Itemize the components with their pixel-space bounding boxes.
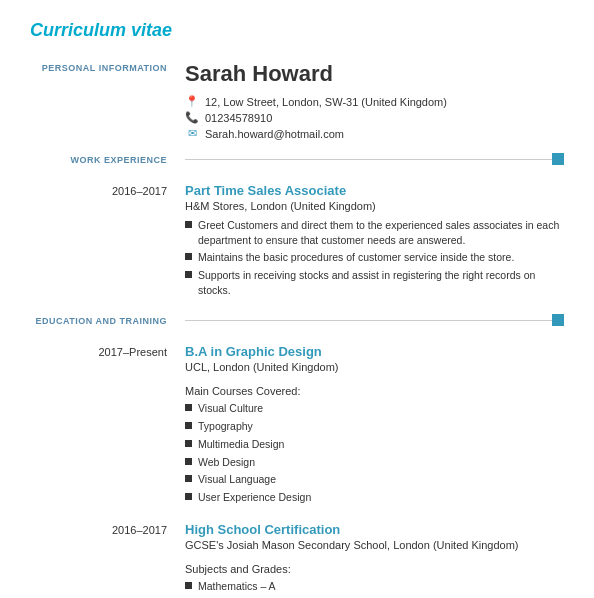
- edu-bullets-1: Mathematics – A Geography – C English La…: [185, 579, 564, 598]
- edu-entry-1: 2016–2017 High School Certification GCSE…: [30, 522, 564, 598]
- full-name: Sarah Howard: [185, 61, 564, 87]
- edu-title-0: B.A in Graphic Design: [185, 344, 564, 359]
- address-item: 📍 12, Low Street, London, SW-31 (United …: [185, 95, 564, 108]
- list-item: Typography: [185, 419, 564, 434]
- email-text: Sarah.howard@hotmail.com: [205, 128, 344, 140]
- work-divider-square: [552, 153, 564, 165]
- education-section-divider: [185, 314, 564, 326]
- work-entry-0: 2016–2017 Part Time Sales Associate H&M …: [30, 183, 564, 300]
- address-text: 12, Low Street, London, SW-31 (United Ki…: [205, 96, 447, 108]
- edu-dates-0: 2017–Present: [30, 344, 185, 507]
- list-item: Greet Customers and direct them to the e…: [185, 218, 564, 247]
- bullet-icon: [185, 221, 192, 228]
- education-section-content: [185, 314, 564, 334]
- list-item: Visual Language: [185, 472, 564, 487]
- list-item: Visual Culture: [185, 401, 564, 416]
- work-section-label: WORK EXPERIENCE: [30, 153, 185, 173]
- work-subtitle-0: H&M Stores, London (United Kingdom): [185, 200, 564, 212]
- work-title-0: Part Time Sales Associate: [185, 183, 564, 198]
- edu-subtitle-1: GCSE's Josiah Mason Secondary School, Lo…: [185, 539, 564, 551]
- phone-text: 01234578910: [205, 112, 272, 124]
- work-bullets-0: Greet Customers and direct them to the e…: [185, 218, 564, 297]
- list-item: User Experience Design: [185, 490, 564, 505]
- edu-title-1: High School Certification: [185, 522, 564, 537]
- courses-label-0: Main Courses Covered:: [185, 385, 564, 397]
- education-section-label: EDUCATION AND TRAINING: [30, 314, 185, 334]
- email-icon: ✉: [185, 127, 199, 140]
- location-icon: 📍: [185, 95, 199, 108]
- email-item: ✉ Sarah.howard@hotmail.com: [185, 127, 564, 140]
- education-divider-square: [552, 314, 564, 326]
- bullet-icon: [185, 422, 192, 429]
- work-dates-0: 2016–2017: [30, 183, 185, 300]
- work-entry-content-0: Part Time Sales Associate H&M Stores, Lo…: [185, 183, 564, 300]
- list-item: Supports in receiving stocks and assist …: [185, 268, 564, 297]
- edu-subtitle-0: UCL, London (United Kingdom): [185, 361, 564, 373]
- education-divider-line: [185, 320, 552, 321]
- personal-section-label: PERSONAL INFORMATION: [30, 61, 185, 143]
- bullet-icon: [185, 253, 192, 260]
- phone-item: 📞 01234578910: [185, 111, 564, 124]
- bullet-icon: [185, 582, 192, 589]
- bullet-icon: [185, 404, 192, 411]
- edu-entry-content-0: B.A in Graphic Design UCL, London (Unite…: [185, 344, 564, 507]
- cv-title: Curriculum vitae: [30, 20, 564, 41]
- edu-dates-1: 2016–2017: [30, 522, 185, 598]
- courses-label-1: Subjects and Grades:: [185, 563, 564, 575]
- bullet-icon: [185, 475, 192, 482]
- personal-section-content: Sarah Howard 📍 12, Low Street, London, S…: [185, 61, 564, 143]
- work-section-divider: [185, 153, 564, 165]
- list-item: Multimedia Design: [185, 437, 564, 452]
- bullet-icon: [185, 440, 192, 447]
- bullet-icon: [185, 271, 192, 278]
- list-item: Mathematics – A: [185, 579, 564, 594]
- bullet-icon: [185, 458, 192, 465]
- list-item: Web Design: [185, 455, 564, 470]
- list-item: Maintains the basic procedures of custom…: [185, 250, 564, 265]
- edu-bullets-0: Visual Culture Typography Multimedia Des…: [185, 401, 564, 504]
- work-section-content: [185, 153, 564, 173]
- edu-entry-0: 2017–Present B.A in Graphic Design UCL, …: [30, 344, 564, 507]
- edu-entry-content-1: High School Certification GCSE's Josiah …: [185, 522, 564, 598]
- work-divider-line: [185, 159, 552, 160]
- phone-icon: 📞: [185, 111, 199, 124]
- bullet-icon: [185, 493, 192, 500]
